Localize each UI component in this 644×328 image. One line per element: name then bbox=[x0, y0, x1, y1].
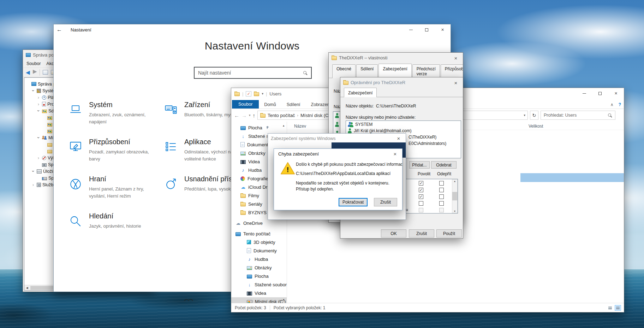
tree-chevron-icon[interactable]: › bbox=[36, 136, 41, 140]
cancel-button[interactable]: Zrušit bbox=[374, 198, 397, 206]
sidebar-scroll-up-icon[interactable]: ▴ bbox=[283, 124, 285, 127]
allow-checkbox[interactable]: ✓ bbox=[419, 181, 423, 186]
forward-icon[interactable]: ◀ bbox=[33, 70, 37, 75]
ribbon-tab-item[interactable]: Domů bbox=[259, 101, 281, 109]
breadcrumb-separator-icon[interactable]: › bbox=[297, 113, 298, 117]
column-size[interactable]: Velikost bbox=[529, 124, 543, 129]
tree-chevron-icon[interactable]: › bbox=[36, 95, 41, 100]
collapse-ribbon-icon[interactable]: ∧ bbox=[610, 102, 614, 107]
apply-button[interactable]: Použít bbox=[436, 229, 462, 238]
settings-tile-laptop[interactable]: SystémZobrazení, zvuk, oznámení, napájen… bbox=[68, 101, 167, 125]
sidebar-item[interactable]: Plocha bbox=[231, 272, 287, 280]
ok-button[interactable]: OK bbox=[381, 229, 406, 238]
up-icon[interactable]: ↑ bbox=[253, 112, 256, 118]
tree-chevron-icon[interactable]: › bbox=[36, 109, 41, 113]
add-button[interactable]: Přidat... bbox=[409, 161, 430, 169]
tree-chevron-icon[interactable]: › bbox=[31, 169, 36, 174]
settings-search-input[interactable]: Najít nastavení bbox=[194, 67, 312, 79]
list-view-icon[interactable] bbox=[607, 305, 613, 311]
column-name[interactable]: Název bbox=[294, 124, 306, 129]
properties-tab[interactable]: Sdílení bbox=[356, 64, 378, 78]
permission-entry[interactable]: E0C\Administrators) bbox=[409, 141, 446, 146]
minimize-button[interactable] bbox=[403, 24, 419, 35]
remove-button[interactable]: Odebrat bbox=[431, 161, 457, 169]
allow-checkbox[interactable] bbox=[419, 201, 423, 206]
close-button[interactable]: × bbox=[435, 24, 451, 35]
tree-chevron-icon[interactable]: › bbox=[36, 102, 41, 106]
deny-checkbox[interactable] bbox=[439, 181, 444, 186]
history-dropdown-icon[interactable]: ▾ bbox=[249, 113, 251, 117]
sidebar-item[interactable]: Plocha bbox=[231, 123, 287, 132]
address-dropdown-icon[interactable]: ▾ bbox=[524, 113, 526, 117]
scroll-up-icon[interactable]: ▴ bbox=[454, 180, 455, 183]
details-view-icon[interactable] bbox=[615, 305, 621, 311]
continue-button[interactable]: Pokračovat bbox=[339, 198, 368, 206]
properties-titlebar[interactable]: TheDiXXeR – vlastnosti bbox=[329, 53, 463, 63]
scrollbar-thumb[interactable] bbox=[452, 192, 457, 200]
permission-entry[interactable]: C\TheDiXXeR) bbox=[409, 135, 436, 140]
show-console-tree-icon[interactable] bbox=[43, 70, 48, 75]
close-icon[interactable]: × bbox=[451, 54, 461, 62]
breadcrumb-item[interactable]: Tento počítač bbox=[268, 113, 295, 118]
sidebar-item[interactable]: Dokumenty bbox=[231, 246, 287, 255]
allow-checkbox[interactable]: ✓ bbox=[419, 188, 423, 192]
settings-tile-search[interactable]: HledáníJazyk, oprávnění, historie bbox=[68, 212, 167, 230]
sidebar-item[interactable]: Videa bbox=[231, 289, 287, 297]
maximize-button[interactable] bbox=[419, 24, 435, 35]
help-icon[interactable]: ? bbox=[619, 102, 621, 107]
allow-checkbox[interactable]: ✓ bbox=[419, 194, 423, 199]
back-icon[interactable]: ← bbox=[234, 112, 239, 118]
menu-item[interactable]: Soubor bbox=[26, 61, 41, 66]
sidebar-item[interactable]: Místní disk (C:) bbox=[231, 297, 287, 303]
explorer-search-input[interactable]: Prohledat: Users bbox=[541, 111, 615, 120]
ribbon-tab-file[interactable]: Soubor bbox=[232, 100, 259, 109]
properties-tab[interactable]: Přizpůsobit bbox=[441, 64, 463, 78]
tree-chevron-icon[interactable]: › bbox=[31, 182, 35, 187]
properties-tab[interactable]: Předchozí verze bbox=[412, 64, 440, 78]
sidebar-item[interactable]: Tento počítač bbox=[231, 229, 287, 238]
windows-security-titlebar[interactable]: Zabezpečení systému Windows bbox=[268, 134, 406, 143]
deny-checkbox[interactable] bbox=[439, 201, 444, 206]
tab-zabezpeceni[interactable]: Zabezpečení bbox=[344, 88, 377, 97]
scroll-down-icon[interactable]: ▾ bbox=[454, 210, 455, 213]
permissions-titlebar[interactable]: Oprávnění pro TheDiXXeR bbox=[340, 77, 463, 87]
permission-entry[interactable]: Jiří Král (jiri.kral@hotmail.com) bbox=[347, 128, 412, 133]
minimize-button[interactable] bbox=[576, 88, 592, 99]
sidebar-item[interactable]: ♪Hudba bbox=[231, 255, 287, 263]
properties-group-row[interactable] bbox=[335, 122, 339, 127]
back-icon[interactable]: ← bbox=[56, 27, 62, 33]
scroll-left-icon[interactable]: ◀ bbox=[24, 286, 30, 289]
settings-tile-gaming[interactable]: HraníHerní panel, Záznam z hry, vysílání… bbox=[68, 175, 167, 200]
refresh-icon[interactable]: ↻ bbox=[530, 111, 538, 120]
ribbon-tab-item[interactable]: Sdílení bbox=[281, 101, 306, 109]
maximize-button[interactable] bbox=[592, 88, 608, 99]
sidebar-item[interactable]: 3D objekty bbox=[231, 238, 287, 246]
grid-scrollbar[interactable]: ▴ ▾ bbox=[452, 179, 458, 213]
breadcrumb-item[interactable]: Místní disk (C:) bbox=[300, 113, 331, 118]
sidebar-item[interactable]: ↓Stažené soubory bbox=[231, 280, 287, 289]
properties-tab[interactable]: Zabezpečení bbox=[378, 64, 411, 78]
sidebar-item[interactable]: ☁OneDrive bbox=[231, 219, 287, 227]
selected-file-row[interactable] bbox=[520, 173, 624, 182]
qat-customize-icon[interactable]: ▾ bbox=[262, 92, 263, 95]
close-icon[interactable]: × bbox=[451, 79, 461, 87]
settings-titlebar[interactable]: ← Nastavení bbox=[54, 24, 451, 35]
settings-tile-personalization[interactable]: PřizpůsobeníPozadí, zamykací obrazovka, … bbox=[68, 138, 167, 163]
sidebar-item[interactable]: Obrázky bbox=[231, 263, 287, 272]
forward-icon[interactable]: → bbox=[242, 112, 247, 118]
tree-chevron-icon[interactable]: › bbox=[36, 156, 41, 160]
properties-tab[interactable]: Obecné bbox=[332, 64, 356, 78]
close-button[interactable]: × bbox=[608, 88, 624, 99]
qat-folder-icon[interactable] bbox=[254, 92, 259, 96]
deny-checkbox[interactable] bbox=[439, 188, 444, 192]
back-icon[interactable]: ◀ bbox=[26, 70, 30, 75]
properties-group-row[interactable] bbox=[335, 113, 339, 118]
deny-checkbox[interactable] bbox=[439, 194, 444, 199]
close-icon[interactable]: × bbox=[393, 134, 404, 142]
close-icon[interactable]: × bbox=[390, 150, 400, 158]
qat-checkmark-icon[interactable]: ✓ bbox=[246, 91, 251, 96]
sidebar-scroll-down-icon[interactable]: ▾ bbox=[283, 298, 285, 301]
permission-entry[interactable]: SYSTEM bbox=[347, 122, 372, 127]
cancel-button[interactable]: Zrušit bbox=[409, 229, 434, 238]
tree-chevron-icon[interactable]: › bbox=[31, 89, 36, 93]
